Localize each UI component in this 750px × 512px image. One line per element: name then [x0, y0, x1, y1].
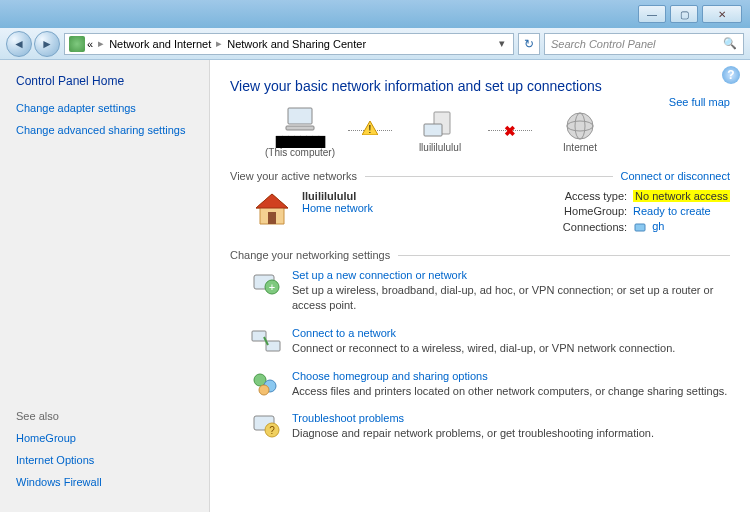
breadcrumb-level2[interactable]: Network and Sharing Center	[227, 38, 366, 50]
main-content: ? View your basic network information an…	[210, 60, 750, 512]
homegroup-link[interactable]: Ready to create	[633, 205, 711, 217]
setting-desc: Access files and printers located on oth…	[292, 384, 727, 399]
help-icon[interactable]: ?	[722, 66, 740, 84]
setting-homegroup: Choose homegroup and sharing optionsAcce…	[250, 370, 730, 399]
connections-label: Connections:	[543, 221, 633, 233]
breadcrumb[interactable]: « ▸ Network and Internet ▸ Network and S…	[64, 33, 514, 55]
breadcrumb-sep: ▸	[95, 37, 107, 50]
sidebar-seealso-homegroup[interactable]: HomeGroup	[16, 432, 193, 444]
svg-rect-8	[268, 212, 276, 224]
home-network-icon	[250, 190, 294, 228]
node-label-2: Internet	[563, 142, 597, 153]
computer-icon	[280, 104, 320, 136]
x-icon: ✖	[504, 123, 516, 139]
setting-desc: Set up a wireless, broadband, dial-up, a…	[292, 283, 730, 313]
server-icon	[420, 110, 460, 142]
node-internet: Internet	[540, 110, 620, 153]
breadcrumb-root: «	[87, 38, 93, 50]
link-broken: ✖	[488, 130, 532, 132]
globe-icon	[560, 110, 600, 142]
setting-title[interactable]: Set up a new connection or network	[292, 269, 730, 281]
window-titlebar: — ▢ ✕	[0, 0, 750, 28]
forward-button[interactable]: ►	[34, 31, 60, 57]
active-network-row: lluililululul Home network Access type: …	[250, 190, 730, 237]
svg-point-17	[259, 385, 269, 395]
homegroup-icon	[250, 370, 282, 398]
network-name: lluililululul	[302, 190, 373, 202]
search-input[interactable]: Search Control Panel 🔍	[544, 33, 744, 55]
sidebar: Control Panel Home Change adapter settin…	[0, 60, 210, 512]
minimize-button[interactable]: —	[638, 5, 666, 23]
connect-icon	[250, 327, 282, 355]
homegroup-label: HomeGroup:	[543, 205, 633, 217]
setting-new-connection: + Set up a new connection or networkSet …	[250, 269, 730, 313]
network-map: ████████ (This computer) ! lluililululul…	[260, 104, 730, 158]
troubleshoot-icon: ?	[250, 412, 282, 440]
breadcrumb-sep: ▸	[213, 37, 225, 50]
access-type-label: Access type:	[543, 190, 633, 202]
sidebar-seealso-firewall[interactable]: Windows Firewall	[16, 476, 193, 488]
nav-bar: ◄ ► « ▸ Network and Internet ▸ Network a…	[0, 28, 750, 60]
setting-title[interactable]: Choose homegroup and sharing options	[292, 370, 727, 382]
search-icon: 🔍	[723, 37, 737, 50]
see-also-label: See also	[16, 410, 193, 422]
node-label-0: (This computer)	[265, 147, 335, 158]
control-panel-icon	[69, 36, 85, 52]
svg-text:!: !	[369, 124, 372, 135]
svg-rect-0	[288, 108, 312, 124]
adapter-icon	[633, 220, 647, 234]
redacted-name: ████████	[276, 136, 325, 147]
network-type-link[interactable]: Home network	[302, 202, 373, 214]
see-full-map-link[interactable]: See full map	[669, 96, 730, 108]
svg-point-5	[567, 113, 593, 139]
back-button[interactable]: ◄	[6, 31, 32, 57]
change-settings-section: Change your networking settings	[230, 249, 730, 261]
svg-rect-14	[266, 341, 280, 351]
maximize-button[interactable]: ▢	[670, 5, 698, 23]
node-gateway: lluililululul	[400, 110, 480, 153]
sidebar-seealso-internet[interactable]: Internet Options	[16, 454, 193, 466]
settings-list: + Set up a new connection or networkSet …	[250, 269, 730, 441]
node-this-computer: ████████ (This computer)	[260, 104, 340, 158]
node-label-1: lluililululul	[419, 142, 461, 153]
warning-icon: !	[362, 121, 378, 135]
refresh-button[interactable]: ↻	[518, 33, 540, 55]
svg-rect-13	[252, 331, 266, 341]
setting-desc: Diagnose and repair network problems, or…	[292, 426, 654, 441]
setting-connect: Connect to a networkConnect or reconnect…	[250, 327, 730, 356]
svg-text:?: ?	[269, 425, 275, 436]
network-properties: Access type: No network access HomeGroup…	[543, 190, 730, 237]
sidebar-link-sharing[interactable]: Change advanced sharing settings	[16, 124, 193, 136]
setting-troubleshoot: ? Troubleshoot problemsDiagnose and repa…	[250, 412, 730, 441]
setting-desc: Connect or reconnect to a wireless, wire…	[292, 341, 675, 356]
connection-link[interactable]: gh	[633, 220, 664, 234]
control-panel-home[interactable]: Control Panel Home	[16, 74, 193, 88]
svg-rect-1	[286, 126, 314, 130]
page-title: View your basic network information and …	[230, 78, 730, 94]
connect-disconnect-link[interactable]: Connect or disconnect	[621, 170, 730, 182]
new-connection-icon: +	[250, 269, 282, 297]
svg-text:+: +	[269, 281, 275, 293]
access-type-value: No network access	[633, 190, 730, 202]
active-networks-section: View your active networks Connect or dis…	[230, 170, 730, 182]
close-button[interactable]: ✕	[702, 5, 742, 23]
svg-rect-9	[635, 224, 645, 231]
setting-title[interactable]: Troubleshoot problems	[292, 412, 654, 424]
search-placeholder: Search Control Panel	[551, 38, 656, 50]
svg-rect-4	[424, 124, 442, 136]
breadcrumb-level1[interactable]: Network and Internet	[109, 38, 211, 50]
setting-title[interactable]: Connect to a network	[292, 327, 675, 339]
sidebar-link-adapter[interactable]: Change adapter settings	[16, 102, 193, 114]
breadcrumb-dropdown[interactable]: ▾	[495, 37, 509, 50]
link-warning: !	[348, 130, 392, 132]
